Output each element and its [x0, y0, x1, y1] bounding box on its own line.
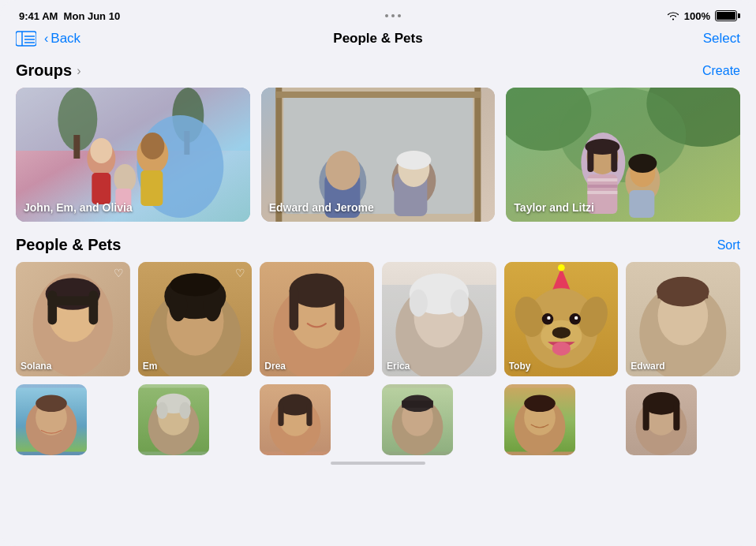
status-bar: 9:41 AM Mon Jun 10 100%: [0, 0, 756, 28]
svg-rect-112: [307, 403, 313, 426]
groups-row: John, Em, and Olivia: [16, 88, 740, 222]
group-2-label: Edward and Jerome: [269, 201, 374, 214]
svg-point-105: [156, 402, 167, 419]
group-card-2[interactable]: Edward and Jerome: [261, 88, 496, 222]
group-card-1[interactable]: John, Em, and Olivia: [16, 88, 250, 222]
svg-rect-48: [630, 190, 655, 218]
nav-left: ‹ Back: [16, 30, 80, 47]
svg-rect-56: [89, 290, 99, 324]
back-button[interactable]: ‹ Back: [44, 31, 80, 47]
svg-point-86: [552, 327, 570, 338]
svg-point-17: [140, 133, 164, 159]
battery-percent: 100%: [684, 10, 710, 22]
person-card-em[interactable]: ♡ Em: [138, 262, 253, 376]
person-image-12: [626, 384, 697, 455]
svg-point-81: [558, 264, 565, 271]
svg-rect-96: [658, 287, 709, 298]
person-card-11[interactable]: [504, 384, 575, 455]
svg-rect-117: [402, 400, 433, 407]
svg-point-18: [114, 164, 136, 193]
person-name-erica: Erica: [387, 361, 410, 372]
person-image-edward: [626, 262, 740, 376]
battery-fill: [717, 12, 735, 20]
status-center: [385, 14, 401, 17]
svg-rect-70: [335, 287, 345, 331]
back-chevron-icon: ‹: [44, 32, 48, 46]
svg-rect-69: [290, 287, 299, 331]
status-dot-1: [385, 14, 388, 17]
person-image-8: [138, 384, 209, 455]
svg-rect-45: [588, 144, 594, 172]
people-title: People & Pets: [16, 236, 121, 254]
person-image-11: [504, 384, 575, 455]
person-card-12[interactable]: [626, 384, 697, 455]
svg-rect-41: [588, 185, 618, 188]
person-card-toby[interactable]: Toby: [504, 262, 619, 376]
person-card-7[interactable]: [16, 384, 87, 455]
svg-point-77: [451, 290, 469, 317]
heart-icon-solana: ♡: [114, 267, 124, 279]
person-name-solana: Solana: [21, 361, 51, 372]
svg-rect-46: [612, 144, 618, 172]
person-name-edward: Edward: [631, 361, 664, 372]
page-title: People & Pets: [333, 31, 422, 47]
svg-point-90: [547, 316, 550, 320]
sidebar-toggle-icon[interactable]: [16, 30, 38, 47]
svg-rect-42: [588, 191, 618, 194]
svg-point-28: [325, 151, 360, 190]
groups-chevron-icon: ›: [77, 64, 80, 78]
person-image-toby: [504, 262, 619, 376]
group-1-label: John, Em, and Olivia: [24, 201, 133, 214]
person-image-7: [16, 384, 87, 455]
svg-rect-0: [16, 32, 36, 46]
svg-point-76: [410, 290, 428, 317]
create-button[interactable]: Create: [702, 64, 740, 78]
person-image-erica: [382, 262, 496, 376]
people-grid-row1: ♡ Solana: [16, 262, 740, 376]
person-card-8[interactable]: [138, 384, 209, 455]
svg-rect-25: [275, 92, 481, 98]
battery-icon: [715, 10, 737, 21]
svg-rect-55: [48, 290, 58, 324]
svg-rect-9: [73, 135, 80, 159]
person-image-9: [260, 384, 331, 455]
device-frame: 9:41 AM Mon Jun 10 100%: [0, 0, 756, 546]
person-name-em: Em: [143, 361, 158, 372]
svg-rect-40: [588, 178, 618, 181]
svg-rect-57: [48, 296, 99, 305]
person-image-drea: [260, 262, 374, 376]
people-grid-row2: [16, 384, 740, 455]
select-button[interactable]: Select: [703, 31, 740, 47]
group-3-label: Taylor and Litzi: [514, 201, 594, 214]
nav-bar: ‹ Back People & Pets Select: [0, 28, 756, 54]
person-card-solana[interactable]: ♡ Solana: [16, 262, 130, 376]
group-card-3[interactable]: Taylor and Litzi: [506, 88, 740, 222]
svg-point-100: [36, 395, 67, 412]
groups-section-header: Groups › Create: [16, 62, 740, 80]
person-card-drea[interactable]: Drea: [260, 262, 374, 376]
svg-rect-126: [643, 402, 649, 430]
groups-title-row[interactable]: Groups ›: [16, 62, 80, 80]
person-card-erica[interactable]: Erica: [382, 262, 496, 376]
person-card-10[interactable]: [382, 384, 453, 455]
svg-point-106: [179, 402, 190, 419]
status-time: 9:41 AM Mon Jun 10: [19, 10, 120, 22]
svg-point-32: [396, 151, 431, 170]
svg-rect-127: [674, 402, 680, 430]
wifi-icon: [667, 11, 679, 21]
person-card-9[interactable]: [260, 384, 331, 455]
svg-point-91: [574, 316, 578, 320]
person-name-drea: Drea: [264, 361, 286, 372]
people-section-header: People & Pets Sort: [16, 236, 740, 254]
person-card-edward[interactable]: Edward: [626, 262, 740, 376]
svg-point-121: [524, 395, 556, 412]
groups-title: Groups: [16, 62, 72, 80]
status-dot-2: [391, 14, 395, 17]
back-label: Back: [51, 31, 80, 47]
sort-button[interactable]: Sort: [717, 238, 740, 252]
svg-point-14: [90, 138, 112, 163]
scroll-indicator: [0, 462, 756, 465]
svg-point-87: [552, 342, 570, 355]
svg-rect-111: [279, 403, 284, 426]
svg-point-64: [170, 273, 220, 296]
